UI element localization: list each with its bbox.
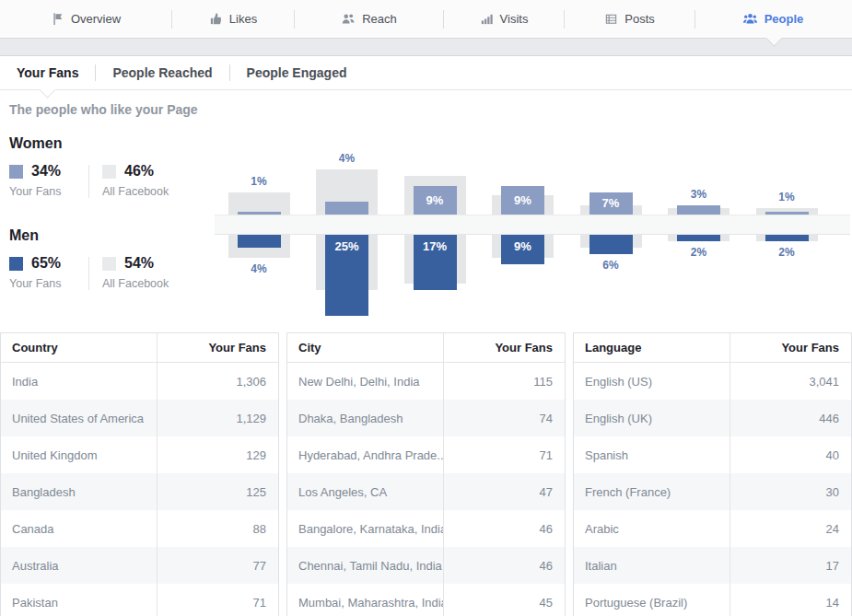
legend-label: Your Fans — [9, 277, 83, 290]
legend-women-your-fans: 34% Your Fans — [9, 163, 83, 198]
thumbs-up-icon — [209, 12, 223, 26]
row-name: Italian — [574, 547, 729, 584]
fan-tables: Country Your Fans India1,306United State… — [0, 332, 852, 616]
row-name: Mumbai, Maharashtra, India — [287, 584, 443, 616]
country-table: Country Your Fans India1,306United State… — [0, 332, 279, 616]
table-row: India1,306 — [1, 363, 278, 400]
table-row: English (US)3,041 — [574, 363, 851, 400]
men-legend: 65% Your Fans 54% All Facebook — [9, 255, 176, 290]
tab-overview[interactable]: Overview — [0, 0, 171, 38]
table-row: Arabic24 — [574, 510, 851, 547]
legend-label: Your Fans — [9, 185, 83, 198]
posts-list-icon — [604, 12, 618, 26]
row-value: 71 — [157, 584, 278, 616]
men-fans-bar — [765, 235, 809, 241]
men-fans-bar: 9% — [501, 235, 544, 264]
table-row: Canada88 — [1, 510, 278, 547]
men-fans-bar: 25% — [325, 235, 368, 316]
row-value: 77 — [157, 547, 278, 584]
bar-value-label: 1% — [756, 191, 818, 204]
tab-likes[interactable]: Likes — [172, 0, 294, 38]
column-header-value: Your Fans — [729, 333, 851, 362]
people-subtabs: Your Fans People Reached People Engaged — [0, 56, 852, 90]
row-value: 17 — [729, 547, 851, 584]
row-value: 45 — [443, 584, 565, 616]
divider — [88, 165, 89, 198]
women-fans-bar: 9% — [414, 186, 457, 215]
people-group-icon — [742, 12, 758, 26]
language-table: Language Your Fans English (US)3,041Engl… — [573, 332, 852, 616]
chart-axis-band — [215, 215, 850, 235]
bar-value-label: 4% — [316, 152, 378, 166]
table-row: Dhaka, Bangladesh74 — [287, 400, 565, 436]
women-fans-bar: 9% — [501, 186, 544, 215]
row-value: 24 — [729, 510, 851, 547]
row-name: United Kingdom — [1, 436, 157, 473]
row-name: French (France) — [574, 473, 729, 510]
row-value: 30 — [729, 473, 851, 510]
tab-visits[interactable]: Visits — [444, 0, 564, 38]
men-all-percent: 54% — [124, 255, 154, 272]
all-facebook-swatch — [102, 165, 116, 179]
row-name: Canada — [1, 510, 157, 547]
tab-posts[interactable]: Posts — [565, 0, 694, 38]
legend-women-all-facebook: 46% All Facebook — [102, 163, 176, 198]
row-value: 40 — [729, 436, 851, 473]
row-name: English (UK) — [574, 400, 729, 436]
table-row: Chennai, Tamil Nadu, India46 — [287, 547, 565, 584]
bar-value-label: 9% — [426, 193, 444, 207]
bar-value-label: 2% — [756, 246, 818, 260]
bar-value-label: 7% — [602, 196, 620, 210]
table-row: Italian17 — [574, 547, 851, 584]
table-row: Australia77 — [1, 547, 278, 584]
subtab-people-engaged[interactable]: People Engaged — [230, 65, 364, 80]
row-name: Australia — [1, 547, 157, 584]
table-row: Bangalore, Karnataka, India46 — [287, 510, 565, 547]
row-value: 88 — [157, 510, 278, 547]
table-header: Country Your Fans — [1, 333, 278, 363]
table-body: English (US)3,041English (UK)446Spanish4… — [574, 363, 851, 616]
row-name: Chennai, Tamil Nadu, India — [287, 547, 443, 584]
people-pair-icon — [341, 12, 356, 26]
table-row: Los Angeles, CA47 — [287, 473, 565, 510]
city-table: City Your Fans New Delhi, Delhi, India11… — [286, 332, 566, 616]
age-gender-chart: 1%4%13-174%25%18-249%17%25-349%9%35-446%… — [215, 130, 850, 325]
legend-label: All Facebook — [102, 277, 176, 290]
table-row: Hyderabad, Andhra Prade...71 — [287, 436, 565, 473]
tab-label: Overview — [71, 12, 121, 26]
row-value: 46 — [443, 547, 565, 584]
subtab-your-fans[interactable]: Your Fans — [0, 65, 95, 80]
tab-reach[interactable]: Reach — [295, 0, 443, 38]
row-name: Spanish — [574, 436, 729, 473]
section-title: The people who like your Page — [9, 102, 198, 117]
bar-value-label: 4% — [228, 262, 290, 276]
bar-value-label: 6% — [580, 259, 642, 273]
tab-label: Likes — [229, 12, 257, 26]
women-all-percent: 46% — [124, 163, 154, 180]
legend-men-your-fans: 65% Your Fans — [9, 255, 83, 290]
row-value: 14 — [729, 584, 851, 616]
row-value: 3,041 — [729, 363, 851, 400]
table-row: New Delhi, Delhi, India115 — [287, 363, 565, 400]
table-row: Portuguese (Brazil)14 — [574, 584, 851, 616]
column-header-name: Country — [1, 333, 157, 362]
row-name: New Delhi, Delhi, India — [287, 363, 443, 400]
subtab-people-reached[interactable]: People Reached — [96, 65, 228, 80]
bar-value-label: 2% — [668, 246, 729, 260]
tab-label: Reach — [362, 12, 397, 26]
table-row: French (France)30 — [574, 473, 851, 510]
men-fans-bar — [238, 235, 281, 248]
row-name: Bangladesh — [1, 473, 157, 510]
women-fans-percent: 34% — [31, 163, 61, 180]
row-name: Portuguese (Brazil) — [574, 584, 729, 616]
row-value: 446 — [729, 400, 851, 436]
men-fans-bar — [677, 235, 720, 241]
table-header: Language Your Fans — [574, 333, 851, 363]
divider — [88, 257, 89, 290]
row-value: 47 — [443, 473, 565, 510]
tab-label: People — [764, 12, 804, 26]
bar-chart-icon — [480, 12, 494, 26]
legend-men-all-facebook: 54% All Facebook — [102, 255, 176, 290]
table-row: Mumbai, Maharashtra, India45 — [287, 584, 565, 616]
bar-value-label: 9% — [514, 239, 531, 253]
